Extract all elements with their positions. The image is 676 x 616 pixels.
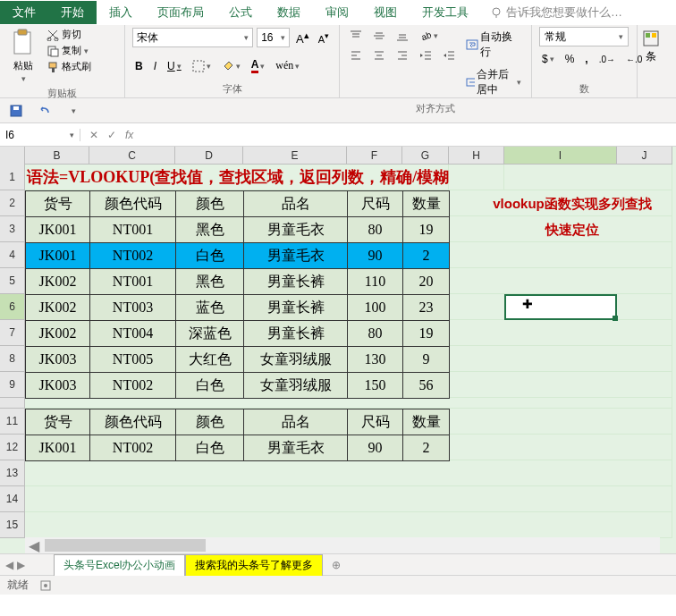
th[interactable]: 颜色: [176, 409, 244, 435]
td[interactable]: NT002: [90, 435, 176, 461]
qat-customize-button[interactable]: ▾: [63, 100, 84, 122]
cell[interactable]: [504, 165, 672, 190]
row-header-2[interactable]: 2: [0, 190, 25, 216]
td[interactable]: JK003: [26, 373, 90, 399]
col-header-H[interactable]: H: [449, 147, 504, 164]
td[interactable]: NT001: [90, 217, 176, 243]
td[interactable]: 9: [403, 347, 450, 373]
merge-center-button[interactable]: 合并后居中 ▾: [463, 64, 524, 100]
row-header-1[interactable]: 1: [0, 165, 25, 190]
td[interactable]: JK001: [26, 217, 90, 243]
cell-formula-text[interactable]: 语法=VLOOKUP(查找值，查找区域，返回列数，精确/模糊查找）: [25, 165, 449, 190]
td[interactable]: 2: [403, 435, 450, 461]
cell[interactable]: [449, 165, 504, 190]
percent-button[interactable]: %: [562, 50, 578, 68]
th[interactable]: 数量: [403, 191, 450, 217]
row-header-8[interactable]: 8: [0, 346, 25, 372]
align-left-button[interactable]: [347, 46, 365, 64]
row-header-15[interactable]: 15: [0, 512, 25, 538]
th[interactable]: 品名: [244, 191, 348, 217]
td[interactable]: NT002: [90, 243, 176, 269]
row-header-5[interactable]: 5: [0, 268, 25, 294]
col-header-F[interactable]: F: [347, 147, 402, 164]
td[interactable]: NT001: [90, 269, 176, 295]
th[interactable]: 货号: [26, 409, 90, 435]
td[interactable]: 大红色: [176, 347, 244, 373]
italic-button[interactable]: I: [151, 57, 159, 75]
conditional-format-button[interactable]: 条: [645, 27, 657, 67]
th[interactable]: 数量: [403, 409, 450, 435]
row-header-14[interactable]: 14: [0, 486, 25, 512]
td[interactable]: 男童毛衣: [244, 217, 348, 243]
wrap-text-button[interactable]: 自动换行: [463, 27, 524, 63]
td[interactable]: 男童长裤: [244, 269, 348, 295]
tab-view[interactable]: 视图: [361, 1, 410, 24]
sheet-tab-1[interactable]: 头条号Excel办公小动画: [54, 554, 185, 576]
col-header-D[interactable]: D: [175, 147, 243, 164]
th[interactable]: 品名: [244, 409, 348, 435]
td[interactable]: 男童毛衣: [244, 435, 348, 461]
th[interactable]: 颜色代码: [90, 191, 176, 217]
row-header-7[interactable]: 7: [0, 320, 25, 346]
align-middle-button[interactable]: [370, 27, 388, 45]
td[interactable]: 蓝色: [176, 295, 244, 321]
td[interactable]: 黑色: [176, 269, 244, 295]
td[interactable]: 女童羽绒服: [244, 373, 348, 399]
col-header-B[interactable]: B: [25, 147, 89, 164]
tab-formula[interactable]: 公式: [216, 1, 265, 24]
td[interactable]: 110: [348, 269, 403, 295]
tab-layout[interactable]: 页面布局: [145, 1, 216, 24]
td[interactable]: 90: [348, 435, 403, 461]
row-header-4[interactable]: 4: [0, 242, 25, 268]
td[interactable]: 男童长裤: [244, 295, 348, 321]
row-header-12[interactable]: 12: [0, 435, 25, 460]
td[interactable]: 男童长裤: [244, 321, 348, 347]
increase-font-button[interactable]: A▴: [293, 27, 312, 48]
currency-button[interactable]: $▾: [539, 50, 557, 68]
fx-button[interactable]: fx: [125, 129, 133, 141]
td[interactable]: JK002: [26, 269, 90, 295]
cut-button[interactable]: 剪切: [45, 27, 93, 42]
tab-nav-right-icon[interactable]: ▶: [17, 559, 25, 571]
tell-me-prompt[interactable]: 告诉我您想要做什么…: [490, 4, 622, 21]
tab-insert[interactable]: 插入: [97, 1, 145, 24]
td[interactable]: JK001: [26, 435, 90, 461]
confirm-formula-button[interactable]: ✓: [107, 129, 116, 141]
align-bottom-button[interactable]: [393, 27, 411, 45]
tab-start[interactable]: 开始: [48, 1, 97, 24]
col-header-E[interactable]: E: [243, 147, 347, 164]
paste-button[interactable]: 粘贴 ▾: [7, 27, 39, 85]
td[interactable]: 56: [403, 373, 450, 399]
td[interactable]: 女童羽绒服: [244, 347, 348, 373]
row-header-3[interactable]: 3: [0, 216, 25, 242]
th[interactable]: 货号: [26, 191, 90, 217]
td[interactable]: 白色: [176, 435, 244, 461]
select-all-corner[interactable]: [0, 147, 25, 165]
border-button[interactable]: ▾: [190, 57, 214, 75]
td[interactable]: 80: [348, 217, 403, 243]
cancel-formula-button[interactable]: ✕: [89, 129, 98, 141]
td[interactable]: 男童毛衣: [244, 243, 348, 269]
th[interactable]: 颜色: [176, 191, 244, 217]
th[interactable]: 尺码: [348, 191, 403, 217]
format-painter-button[interactable]: 格式刷: [45, 59, 93, 74]
align-center-button[interactable]: [370, 46, 388, 64]
th[interactable]: 颜色代码: [90, 409, 176, 435]
bold-button[interactable]: B: [132, 57, 146, 75]
tab-data[interactable]: 数据: [265, 1, 313, 24]
row-header-6[interactable]: 6: [0, 294, 25, 320]
row-header-13[interactable]: 13: [0, 460, 25, 486]
font-size-select[interactable]: 16 ▾: [257, 28, 290, 47]
td[interactable]: 90: [348, 243, 403, 269]
td[interactable]: 80: [348, 321, 403, 347]
row-header-blank[interactable]: [0, 398, 25, 409]
td[interactable]: 2: [403, 243, 450, 269]
underline-button[interactable]: U ▾: [165, 57, 184, 75]
increase-indent-button[interactable]: [440, 46, 458, 64]
td[interactable]: JK001: [26, 243, 90, 269]
decrease-indent-button[interactable]: [417, 46, 435, 64]
col-header-I[interactable]: I: [504, 147, 617, 164]
td[interactable]: 19: [403, 321, 450, 347]
scrollbar-thumb[interactable]: [45, 539, 206, 552]
number-format-select[interactable]: 常规 ▾: [539, 27, 629, 46]
